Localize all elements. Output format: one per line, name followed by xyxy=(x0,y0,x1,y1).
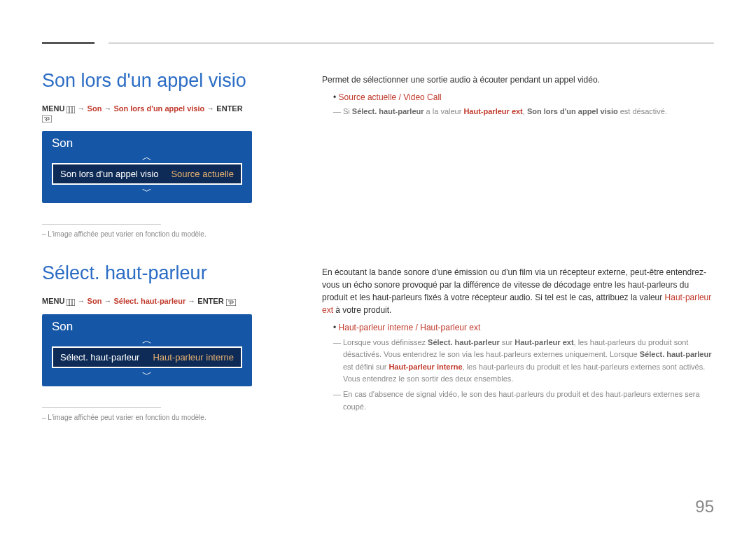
chevron-down-icon[interactable]: ﹀ xyxy=(42,185,252,197)
section1-footnote: L'image affichée peut varier en fonction… xyxy=(42,230,252,238)
section-speaker-select: Sélect. haut-parleur MENU → Son → Sélect… xyxy=(42,262,714,421)
section2-title: Sélect. haut-parleur xyxy=(42,262,252,284)
divider xyxy=(42,224,161,225)
svg-rect-4 xyxy=(66,299,75,306)
osd-selected-row[interactable]: Sélect. haut-parleur Haut-parleur intern… xyxy=(52,346,242,368)
section2-menu-path: MENU → Son → Sélect. haut-parleur → ENTE… xyxy=(42,297,252,306)
section1-menu-path: MENU → Son → Son lors d'un appel visio →… xyxy=(42,104,252,122)
osd-header: Son xyxy=(42,131,252,150)
osd-row-label: Son lors d'un appel visio xyxy=(60,169,159,179)
header-rule-short xyxy=(42,42,94,44)
svg-rect-0 xyxy=(66,106,75,113)
svg-rect-7 xyxy=(226,299,236,306)
section2-bullet: Haut-parleur interne / Haut-parleur ext xyxy=(333,321,714,335)
page-number: 95 xyxy=(695,497,714,517)
section2-note1: Lorsque vous définissez Sélect. haut-par… xyxy=(333,337,714,386)
section1-note: Si Sélect. haut-parleur a la valeur Haut… xyxy=(333,106,714,118)
osd-panel-1: Son ︿ Son lors d'un appel visio Source a… xyxy=(42,131,252,203)
osd-row-value: Haut-parleur interne xyxy=(153,352,234,363)
chevron-up-icon[interactable]: ︿ xyxy=(42,334,252,346)
section2-intro: En écoutant la bande sonore d'une émissi… xyxy=(322,266,714,316)
svg-rect-3 xyxy=(42,115,52,122)
enter-icon xyxy=(226,297,236,306)
chevron-down-icon[interactable]: ﹀ xyxy=(42,368,252,381)
osd-selected-row[interactable]: Son lors d'un appel visio Source actuell… xyxy=(52,163,242,185)
osd-row-value: Source actuelle xyxy=(171,169,234,179)
section1-intro: Permet de sélectionner une sortie audio … xyxy=(322,73,714,86)
chevron-up-icon[interactable]: ︿ xyxy=(42,150,252,163)
section2-note2: En cas d'absence de signal vidéo, le son… xyxy=(333,388,714,413)
header-rule-long xyxy=(108,43,714,43)
section2-footnote: L'image affichée peut varier en fonction… xyxy=(42,414,252,421)
menu-icon xyxy=(66,297,75,306)
section1-bullet: Source actuelle / Video Call xyxy=(333,90,714,104)
osd-row-label: Sélect. haut-parleur xyxy=(60,352,139,363)
enter-icon xyxy=(42,114,52,122)
section1-title: Son lors d'un appel visio xyxy=(42,70,252,92)
divider xyxy=(42,407,161,408)
section-audio-video-call: Son lors d'un appel visio MENU → Son → S… xyxy=(42,70,714,238)
osd-header: Son xyxy=(42,314,252,334)
osd-panel-2: Son ︿ Sélect. haut-parleur Haut-parleur … xyxy=(42,314,252,386)
menu-icon xyxy=(66,105,75,113)
